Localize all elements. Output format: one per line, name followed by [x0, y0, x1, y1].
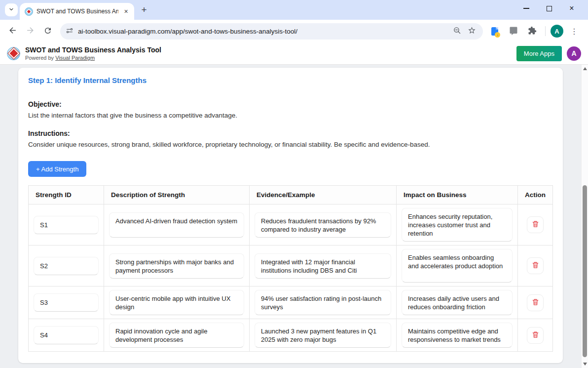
magnifier-minus-icon: [453, 26, 461, 36]
three-dot-menu-icon: ⋮: [570, 27, 578, 36]
browser-profile-button[interactable]: A: [551, 25, 563, 38]
strength-id-input[interactable]: [34, 257, 99, 275]
close-icon: ×: [569, 4, 574, 12]
close-window-button[interactable]: ×: [564, 1, 579, 16]
impact-textarea[interactable]: Increases daily active users and reduces…: [402, 290, 513, 315]
col-header-strength-id: Strength ID: [29, 186, 104, 204]
scroll-up-icon[interactable]: [583, 67, 587, 70]
strengths-table: Strength ID Description of Strength Evid…: [28, 185, 553, 352]
delete-row-button[interactable]: [527, 327, 544, 344]
col-header-description: Description of Strength: [104, 186, 250, 204]
description-textarea[interactable]: User-centric mobile app with intuitive U…: [109, 290, 244, 315]
instructions-text: Consider unique resources, strong brand,…: [28, 141, 553, 148]
trash-icon: [532, 261, 539, 270]
description-textarea[interactable]: Rapid innovation cycle and agile develop…: [109, 323, 244, 348]
star-icon: [468, 26, 476, 36]
maximize-icon: [547, 6, 552, 11]
puzzle-icon: [528, 26, 537, 37]
table-row: User-centric mobile app with intuitive U…: [29, 286, 553, 319]
delete-row-button[interactable]: [527, 294, 544, 311]
table-row: Advanced AI-driven fraud detection syste…: [29, 204, 553, 245]
table-row: Rapid innovation cycle and agile develop…: [29, 319, 553, 352]
scrollbar-thumb[interactable]: [583, 185, 587, 357]
download-doc-extension-button[interactable]: ↓: [487, 23, 503, 39]
trash-icon: [532, 220, 539, 229]
new-tab-button[interactable]: +: [137, 3, 151, 17]
description-textarea[interactable]: Advanced AI-driven fraud detection syste…: [109, 212, 244, 238]
col-header-action: Action: [518, 186, 553, 204]
scroll-down-icon[interactable]: [583, 363, 587, 366]
extension-cluster: ↓ A ⋮: [487, 23, 584, 39]
impact-textarea[interactable]: Enables seamless onboarding and accelera…: [402, 249, 513, 283]
evidence-textarea[interactable]: Integrated with 12 major financial insti…: [255, 253, 391, 279]
col-header-impact: Impact on Business: [397, 186, 518, 204]
trash-icon: [532, 298, 539, 307]
impact-textarea[interactable]: Maintains competitive edge and responsiv…: [402, 323, 513, 348]
strength-id-input[interactable]: [34, 326, 99, 344]
url-text[interactable]: ai-toolbox.visual-paradigm.com/app/swot-…: [78, 28, 448, 35]
minimize-icon: [523, 8, 529, 9]
description-textarea[interactable]: Strong partnerships with major banks and…: [109, 253, 244, 279]
step-card: Step 1: Identify Internal Strengths Obje…: [18, 68, 563, 363]
tab-close-button[interactable]: ×: [122, 7, 130, 16]
delete-row-button[interactable]: [527, 257, 544, 274]
blue-document-icon: ↓: [491, 27, 498, 36]
col-header-evidence: Evidence/Example: [250, 186, 397, 204]
site-info-button[interactable]: [63, 25, 76, 38]
page-scrollbar[interactable]: [581, 65, 588, 368]
more-apps-button[interactable]: More Apps: [516, 46, 562, 61]
step-title: Step 1: Identify Internal Strengths: [28, 76, 553, 84]
powered-by: Powered by Visual Paradigm: [25, 55, 161, 61]
browser-toolbar: ai-toolbox.visual-paradigm.com/app/swot-…: [0, 20, 588, 42]
user-avatar[interactable]: A: [567, 46, 581, 61]
evidence-textarea[interactable]: 94% user satisfaction rating in post-lau…: [255, 290, 391, 315]
table-row: Strong partnerships with major banks and…: [29, 245, 553, 286]
delete-row-button[interactable]: [527, 216, 544, 233]
back-arrow-icon: [8, 26, 17, 37]
minimize-button[interactable]: [519, 1, 534, 16]
forward-arrow-icon: [26, 26, 35, 37]
tab-title: SWOT and TOWS Business Analy: [37, 8, 118, 15]
browser-tab-strip: SWOT and TOWS Business Analy × + ×: [0, 0, 588, 20]
table-header-row: Strength ID Description of Strength Evid…: [29, 186, 553, 204]
trash-icon: [532, 331, 539, 340]
speech-bubble-icon: [509, 26, 518, 37]
add-strength-button[interactable]: + Add Strength: [28, 161, 86, 177]
instructions-label: Instructions:: [28, 129, 553, 137]
window-controls: ×: [510, 1, 588, 16]
visual-paradigm-link[interactable]: Visual Paradigm: [55, 55, 95, 61]
refresh-button[interactable]: [39, 23, 56, 40]
powered-by-prefix: Powered by: [25, 55, 55, 61]
zoom-out-page-button[interactable]: [450, 25, 463, 38]
maximize-button[interactable]: [542, 1, 556, 16]
visual-paradigm-favicon: [25, 7, 33, 16]
impact-textarea[interactable]: Enhances security reputation, increases …: [402, 208, 513, 242]
evidence-textarea[interactable]: Launched 3 new payment features in Q1 20…: [255, 323, 391, 348]
visual-paradigm-logo: [7, 47, 20, 60]
refresh-icon: [43, 26, 52, 37]
forward-button[interactable]: [22, 23, 38, 40]
strength-id-input[interactable]: [34, 293, 99, 312]
back-button[interactable]: [4, 23, 21, 40]
tab-search-button[interactable]: [5, 3, 18, 16]
app-title: SWOT and TOWS Business Analysis Tool: [25, 46, 161, 55]
browser-tab-active[interactable]: SWOT and TOWS Business Analy ×: [20, 3, 134, 20]
page-viewport: Step 1: Identify Internal Strengths Obje…: [0, 65, 588, 368]
app-title-block: SWOT and TOWS Business Analysis Tool Pow…: [25, 46, 161, 61]
extensions-button[interactable]: [524, 23, 540, 39]
objective-text: List the internal factors that give the …: [28, 112, 553, 119]
chevron-down-icon: [8, 6, 14, 14]
download-badge-icon: ↓: [495, 32, 500, 38]
bookmark-button[interactable]: [465, 25, 478, 38]
app-header: SWOT and TOWS Business Analysis Tool Pow…: [0, 42, 588, 65]
toolbar-separator: [545, 26, 546, 36]
url-bar[interactable]: ai-toolbox.visual-paradigm.com/app/swot-…: [60, 23, 483, 40]
browser-menu-button[interactable]: ⋮: [566, 23, 582, 39]
objective-label: Objective:: [28, 100, 553, 108]
evidence-textarea[interactable]: Reduces fraudulent transactions by 92% c…: [255, 212, 391, 238]
site-settings-icon: [66, 27, 74, 36]
chat-extension-button[interactable]: [506, 23, 521, 39]
strength-id-input[interactable]: [34, 216, 99, 234]
